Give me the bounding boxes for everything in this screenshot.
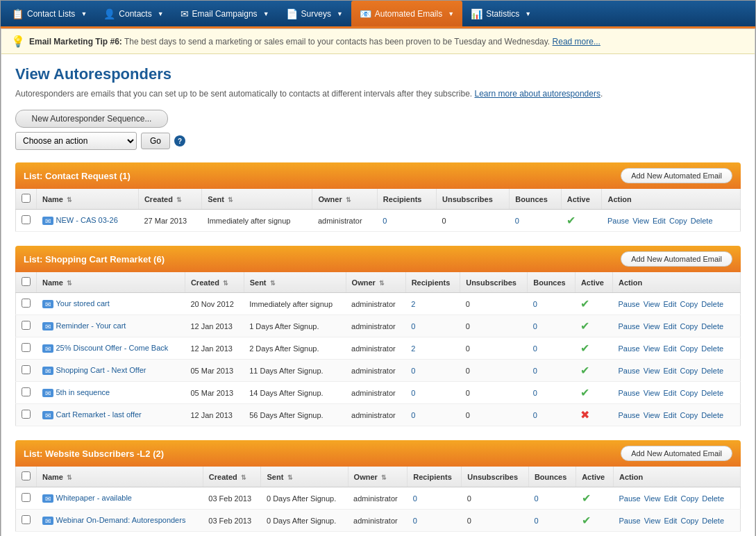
action-delete-link[interactable]: Delete xyxy=(701,322,723,330)
sort-arrows-created-contact-request[interactable]: ⇅ xyxy=(175,196,183,203)
action-view-link[interactable]: View xyxy=(644,494,661,503)
action-pause-link[interactable]: Pause xyxy=(619,367,640,375)
main-content: 💡 Email Marketing Tip #6: The best days … xyxy=(1,28,755,536)
add-email-button-website-subscribers[interactable]: Add New Automated Email xyxy=(621,446,732,461)
action-copy-link[interactable]: Copy xyxy=(680,322,698,330)
sort-arrows-created-shopping-cart[interactable]: ⇅ xyxy=(221,280,229,287)
nav-statistics[interactable]: 📊 Statistics ▼ xyxy=(462,1,539,26)
action-edit-link[interactable]: Edit xyxy=(663,300,676,308)
action-edit-link[interactable]: Edit xyxy=(663,344,676,353)
row-checkbox-shopping-cart-1[interactable] xyxy=(22,321,31,330)
row-active: ✔ xyxy=(575,315,612,337)
go-button[interactable]: Go xyxy=(141,133,170,149)
action-delete-link[interactable]: Delete xyxy=(701,389,723,397)
new-sequence-button[interactable]: New Autoresponder Sequence... xyxy=(15,110,168,128)
row-checkbox-shopping-cart-0[interactable] xyxy=(22,299,31,308)
action-delete-link[interactable]: Delete xyxy=(702,494,724,503)
nav-contact-lists[interactable]: 📋 Contact Lists ▼ xyxy=(3,1,95,26)
nav-email-campaigns[interactable]: ✉ Email Campaigns ▼ xyxy=(172,1,278,26)
row-checkbox-website-subscribers-1[interactable] xyxy=(22,515,31,524)
action-copy-link[interactable]: Copy xyxy=(680,494,698,503)
action-pause-link[interactable]: Pause xyxy=(619,389,640,397)
action-view-link[interactable]: View xyxy=(644,389,660,397)
action-pause-link[interactable]: Pause xyxy=(619,300,640,308)
action-delete-link[interactable]: Delete xyxy=(701,300,723,308)
nav-automated-emails[interactable]: 📧 Automated Emails ▼ xyxy=(351,1,462,26)
action-delete-link[interactable]: Delete xyxy=(701,344,723,353)
sort-arrows-name-website-subscribers[interactable]: ⇅ xyxy=(65,474,73,481)
action-view-link[interactable]: View xyxy=(632,217,649,225)
action-pause-link[interactable]: Pause xyxy=(607,217,629,225)
action-pause-link[interactable]: Pause xyxy=(619,411,640,419)
select-all-checkbox-contact-request[interactable] xyxy=(22,194,31,203)
sort-arrows-owner-website-subscribers[interactable]: ⇅ xyxy=(380,474,387,481)
action-delete-link[interactable]: Delete xyxy=(701,411,723,419)
sort-arrows-owner-contact-request[interactable]: ⇅ xyxy=(344,196,352,203)
row-checkbox-contact-request-0[interactable] xyxy=(22,215,31,224)
help-icon[interactable]: ? xyxy=(174,135,185,146)
sort-arrows-sent-shopping-cart[interactable]: ⇅ xyxy=(269,280,276,287)
action-edit-link[interactable]: Edit xyxy=(664,517,677,525)
sort-arrows-sent-contact-request[interactable]: ⇅ xyxy=(226,196,234,203)
row-name-link[interactable]: 25% Discount Offer - Come Back xyxy=(56,344,169,352)
action-delete-link[interactable]: Delete xyxy=(702,517,724,525)
action-edit-link[interactable]: Edit xyxy=(653,217,666,225)
action-copy-link[interactable]: Copy xyxy=(680,411,698,419)
action-select[interactable]: Choose an action xyxy=(15,132,137,150)
row-checkbox-shopping-cart-2[interactable] xyxy=(22,343,31,352)
action-delete-link[interactable]: Delete xyxy=(691,217,713,225)
action-pause-link[interactable]: Pause xyxy=(619,494,640,503)
action-view-link[interactable]: View xyxy=(644,322,660,330)
sort-arrows-sent-website-subscribers[interactable]: ⇅ xyxy=(285,474,293,481)
action-copy-link[interactable]: Copy xyxy=(680,517,698,525)
row-name-link[interactable]: Shopping Cart - Next Offer xyxy=(56,366,146,374)
nav-contacts[interactable]: 👤 Contacts ▼ xyxy=(95,1,171,26)
action-copy-link[interactable]: Copy xyxy=(680,344,698,353)
learn-more-link[interactable]: Learn more about autoresponders xyxy=(474,89,600,99)
row-name-link[interactable]: Your stored cart xyxy=(56,299,110,308)
tip-read-more-link[interactable]: Read more... xyxy=(553,37,600,47)
th-bounces-shopping-cart: Bounces xyxy=(528,272,576,293)
action-view-link[interactable]: View xyxy=(644,411,660,419)
action-pause-link[interactable]: Pause xyxy=(619,517,640,525)
action-delete-link[interactable]: Delete xyxy=(701,367,723,375)
row-name-link[interactable]: Webinar On-Demand: Autoresponders xyxy=(56,516,186,524)
action-view-link[interactable]: View xyxy=(644,367,660,375)
row-name-link[interactable]: Cart Remarket - last offer xyxy=(56,410,142,419)
row-name-link[interactable]: NEW - CAS 03-26 xyxy=(56,216,118,224)
action-edit-link[interactable]: Edit xyxy=(663,411,676,419)
action-pause-link[interactable]: Pause xyxy=(619,322,640,330)
row-name-link[interactable]: Whitepaper - available xyxy=(56,494,132,502)
add-email-button-contact-request[interactable]: Add New Automated Email xyxy=(621,168,732,183)
select-all-checkbox-shopping-cart[interactable] xyxy=(22,277,31,286)
action-copy-link[interactable]: Copy xyxy=(680,367,698,375)
sort-arrows-created-website-subscribers[interactable]: ⇅ xyxy=(240,474,247,481)
action-edit-link[interactable]: Edit xyxy=(663,367,676,375)
sort-arrows-owner-shopping-cart[interactable]: ⇅ xyxy=(378,280,385,287)
nav-surveys[interactable]: 📄 Surveys ▼ xyxy=(278,1,351,26)
action-copy-link[interactable]: Copy xyxy=(669,217,687,225)
select-all-checkbox-website-subscribers[interactable] xyxy=(22,471,31,480)
action-copy-link[interactable]: Copy xyxy=(680,389,698,397)
action-edit-link[interactable]: Edit xyxy=(664,494,677,503)
row-checkbox-shopping-cart-5[interactable] xyxy=(22,410,31,419)
action-view-link[interactable]: View xyxy=(644,300,660,308)
row-checkbox-shopping-cart-4[interactable] xyxy=(22,387,31,396)
row-checkbox-website-subscribers-0[interactable] xyxy=(22,493,31,502)
action-copy-link[interactable]: Copy xyxy=(680,300,698,308)
action-view-link[interactable]: View xyxy=(644,344,660,353)
sort-arrows-name-shopping-cart[interactable]: ⇅ xyxy=(65,280,73,287)
row-active: ✔ xyxy=(575,360,612,382)
action-edit-link[interactable]: Edit xyxy=(663,389,676,397)
row-name-link[interactable]: Reminder - Your cart xyxy=(56,321,126,330)
sort-arrows-name-contact-request[interactable]: ⇅ xyxy=(65,196,73,203)
table-row: NEW - CAS 03-2627 Mar 2013Immediately af… xyxy=(16,210,741,232)
row-owner: administrator xyxy=(346,293,405,315)
action-edit-link[interactable]: Edit xyxy=(663,322,676,330)
add-email-button-shopping-cart[interactable]: Add New Automated Email xyxy=(621,251,732,267)
action-pause-link[interactable]: Pause xyxy=(619,344,640,353)
row-checkbox-shopping-cart-3[interactable] xyxy=(22,365,31,374)
row-bounces: 0 xyxy=(528,382,576,404)
action-view-link[interactable]: View xyxy=(644,517,661,525)
row-name-link[interactable]: 5th in sequence xyxy=(56,388,110,396)
